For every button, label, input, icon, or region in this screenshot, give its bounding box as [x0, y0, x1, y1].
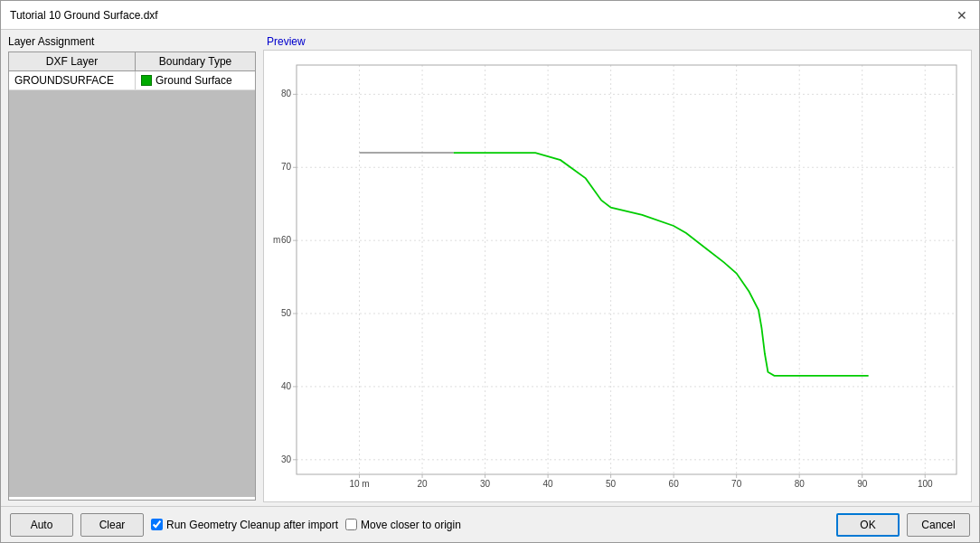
move-closer-checkbox[interactable] [345, 519, 357, 530]
main-dialog: Tutorial 10 Ground Surface.dxf ✕ Layer A… [0, 0, 980, 543]
preview-area: Preview [263, 30, 979, 506]
bottom-right-buttons: OK Cancel [836, 513, 970, 537]
table-row[interactable]: GROUNDSURFACE Ground Surface [9, 71, 255, 90]
close-button[interactable]: ✕ [954, 7, 970, 23]
auto-button[interactable]: Auto [10, 513, 73, 537]
run-geometry-label: Run Geometry Cleanup after import [166, 519, 338, 531]
move-closer-label: Move closer to origin [361, 519, 461, 531]
preview-label: Preview [263, 33, 975, 50]
bottom-bar: Auto Clear Run Geometry Cleanup after im… [1, 506, 979, 542]
clear-button[interactable]: Clear [80, 513, 144, 537]
layer-assignment-label: Layer Assignment [8, 35, 256, 48]
table-body: GROUNDSURFACE Ground Surface [9, 71, 255, 497]
left-panel: Layer Assignment DXF Layer Boundary Type… [1, 30, 263, 506]
cancel-button[interactable]: Cancel [907, 513, 970, 537]
col-header-boundary-type: Boundary Type [136, 52, 255, 70]
cell-boundary-type: Ground Surface [136, 71, 255, 89]
boundary-type-icon [141, 75, 152, 86]
layer-table-container: DXF Layer Boundary Type GROUNDSURFACE Gr… [8, 51, 256, 501]
ok-button[interactable]: OK [836, 513, 900, 537]
run-geometry-checkbox[interactable] [151, 519, 163, 530]
run-geometry-cleanup-group: Run Geometry Cleanup after import [151, 519, 338, 531]
table-header: DXF Layer Boundary Type [9, 52, 255, 71]
chart-container [263, 50, 972, 502]
main-content: Layer Assignment DXF Layer Boundary Type… [1, 30, 979, 506]
move-closer-group: Move closer to origin [345, 519, 461, 531]
dialog-title: Tutorial 10 Ground Surface.dxf [10, 9, 158, 22]
col-header-dxf-layer: DXF Layer [9, 52, 136, 70]
titlebar: Tutorial 10 Ground Surface.dxf ✕ [1, 1, 979, 30]
bottom-left-buttons: Auto Clear [10, 513, 144, 537]
cell-dxf-layer: GROUNDSURFACE [9, 71, 136, 89]
boundary-type-label: Ground Surface [155, 74, 232, 87]
preview-canvas [264, 51, 971, 501]
